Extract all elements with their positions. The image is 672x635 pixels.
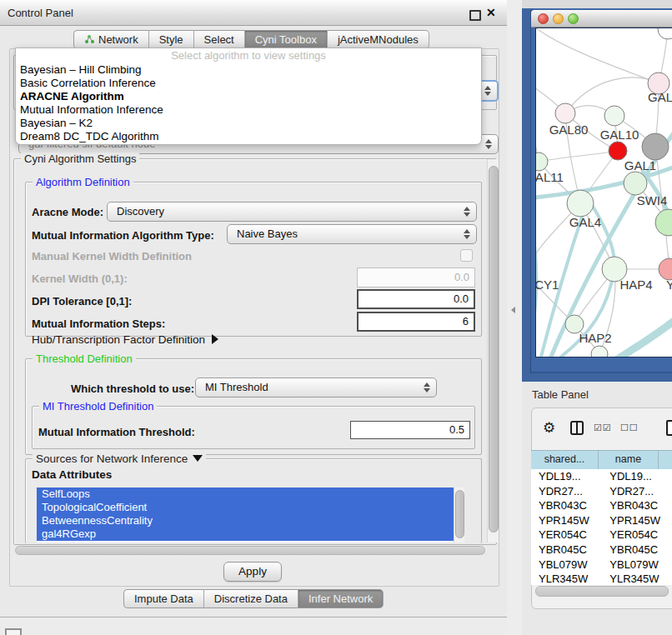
table-cell[interactable]: YBL079W	[602, 558, 666, 572]
column-header[interactable]: shared...	[531, 451, 599, 469]
table-cell[interactable]: YDR27...	[602, 484, 666, 499]
table-cell[interactable]: YPR145W	[602, 513, 666, 528]
apply-button[interactable]: Apply	[223, 562, 282, 582]
tab-jactivemnodules[interactable]: jActiveMNodules	[328, 30, 429, 49]
algorithm-option[interactable]: Mutual Information Inference	[16, 103, 481, 117]
float-window-icon[interactable]	[469, 10, 481, 21]
node-gal11[interactable]	[536, 152, 548, 171]
settings-vscrollbar[interactable]	[487, 159, 499, 542]
table-cell[interactable]: 8.	[666, 528, 672, 542]
zoom-traffic-icon[interactable]	[568, 13, 579, 24]
network-window-titlebar[interactable]	[531, 10, 672, 28]
which-threshold-combo[interactable]: MI Threshold	[195, 378, 437, 398]
table-cell[interactable]: YPR145W	[531, 513, 602, 528]
attribute-item[interactable]: SelfLoops	[37, 488, 454, 501]
deselect-all-checkboxes-icon[interactable]: ☐☐	[620, 422, 639, 433]
close-icon[interactable]: ✕	[486, 6, 496, 19]
attribute-item[interactable]: BetweennessCentrality	[37, 514, 454, 528]
table-cell[interactable]: 9.	[666, 542, 672, 558]
mi-threshold-field[interactable]: 0.5	[350, 421, 470, 439]
node-unlabeled[interactable]	[658, 28, 672, 39]
node-gal80[interactable]	[555, 103, 575, 123]
manual-kernel-checkbox[interactable]	[460, 249, 473, 262]
split-divider[interactable]	[507, 0, 522, 635]
hub-definition-toggle[interactable]: Hub/Transcription Factor Definition	[32, 333, 218, 346]
table-row[interactable]: YBR045CYBR045C9.	[531, 542, 672, 558]
mi-steps-field[interactable]: 6	[357, 312, 475, 332]
attribute-item[interactable]: TopologicalCoefficient	[37, 501, 454, 514]
table-cell[interactable]: YER054C	[602, 528, 666, 542]
tab-select[interactable]: Select	[194, 30, 245, 49]
table-row[interactable]: YBR043CYBR043C	[531, 498, 672, 513]
algorithm-option[interactable]: Bayesian – K2	[16, 117, 481, 130]
tab-style[interactable]: Style	[149, 30, 194, 49]
table-cell[interactable]: YBR043C	[531, 498, 602, 513]
node-gal10[interactable]	[604, 106, 624, 126]
aracne-mode-combo[interactable]: Discovery	[107, 202, 477, 222]
minimize-traffic-icon[interactable]	[553, 13, 564, 24]
node-gal4[interactable]	[567, 190, 594, 217]
node-unlabeled[interactable]	[642, 133, 669, 160]
node-unlabeled[interactable]	[655, 209, 672, 236]
table-row[interactable]: YER054CYER054C8.	[531, 528, 672, 542]
attribute-item[interactable]: gal4RGexp	[37, 528, 454, 541]
aracne-mode-value: Discovery	[117, 202, 164, 221]
close-traffic-icon[interactable]	[538, 13, 549, 24]
algorithm-dropdown-list[interactable]: Select algorithm to view settings Bayesi…	[15, 48, 482, 145]
kernel-width-field[interactable]: 0.0	[357, 268, 475, 288]
columns-icon[interactable]	[570, 421, 584, 435]
table-cell[interactable]: 9.	[666, 513, 672, 528]
table-cell[interactable]	[666, 498, 672, 513]
table-cell[interactable]: YDR27...	[531, 484, 602, 499]
table-cell[interactable]: 12	[666, 484, 672, 499]
attributes-vscrollbar[interactable]	[454, 488, 464, 542]
table-cell[interactable]: YLR345W	[602, 572, 666, 585]
settings-hscrollbar[interactable]	[15, 546, 485, 555]
sources-title[interactable]: Sources for Network Inference	[33, 452, 206, 465]
node-unlabeled[interactable]	[591, 346, 608, 357]
column-header[interactable]: name	[599, 451, 659, 469]
network-canvas[interactable]: GALGAL80GAL10GAL1GAL11SWI4GAL4GCY1HAP4YH…	[535, 28, 672, 358]
data-attributes-list[interactable]: SelfLoopsTopologicalCoefficientBetweenne…	[37, 488, 454, 542]
node-label: SWI4	[637, 193, 668, 208]
algorithm-option[interactable]: ARACNE Algorithm	[16, 90, 481, 103]
tab-cyni-toolbox[interactable]: Cyni Toolbox	[245, 30, 328, 49]
table-cell[interactable]	[666, 558, 672, 572]
gear-icon[interactable]: ⚙	[543, 419, 555, 437]
algorithm-option[interactable]: Dream8 DC_TDC Algorithm	[16, 130, 481, 143]
table-cell[interactable]: YBL079W	[531, 558, 602, 572]
document-icon[interactable]	[666, 420, 672, 436]
table-row[interactable]: YPR145WYPR145W9.	[531, 513, 672, 528]
table-row[interactable]: YLR345WYLR345W9.	[531, 572, 672, 585]
algorithm-option[interactable]: Basic Correlation Inference	[16, 77, 481, 90]
node-swi4[interactable]	[624, 172, 647, 195]
table-hscrollbar[interactable]	[535, 586, 669, 597]
algorithm-option[interactable]: Bayesian – Hill Climbing	[16, 63, 481, 77]
panel-grip-icon[interactable]	[5, 628, 22, 635]
table-cell[interactable]: 9.	[666, 572, 672, 585]
select-all-checkboxes-icon[interactable]: ☑☑	[594, 422, 612, 433]
column-header[interactable]	[659, 451, 672, 469]
table-row[interactable]: YDL19...YDL19...13	[531, 469, 672, 484]
tab-impute-data[interactable]: Impute Data	[123, 589, 204, 608]
table-cell[interactable]: YDL19...	[602, 469, 666, 484]
node-gal1[interactable]	[609, 142, 627, 160]
vscroll-thumb[interactable]	[489, 166, 499, 532]
table-row[interactable]: YBL079WYBL079W	[531, 558, 672, 572]
table-cell[interactable]: YBR045C	[531, 542, 602, 558]
table-cell[interactable]: YLR345W	[531, 572, 602, 585]
vscroll-thumb[interactable]	[455, 490, 464, 538]
table-cell[interactable]: 13	[666, 469, 672, 484]
table-cell[interactable]: YBR045C	[602, 542, 666, 558]
tab-network[interactable]: Network	[73, 30, 149, 49]
divider-collapse-icon[interactable]	[511, 307, 515, 313]
tab-discretize-data[interactable]: Discretize Data	[204, 589, 298, 608]
table-cell[interactable]: YDL19...	[531, 469, 602, 484]
tab-infer-network[interactable]: Infer Network	[298, 589, 384, 608]
table-rows[interactable]: YDL19...YDL19...13YDR27...YDR27...12YBR0…	[531, 469, 672, 585]
dpi-tolerance-field[interactable]: 0.0	[357, 289, 475, 309]
table-cell[interactable]: YBR043C	[602, 498, 666, 513]
mi-type-combo[interactable]: Naive Bayes	[227, 224, 477, 244]
table-row[interactable]: YDR27...YDR27...12	[531, 484, 672, 499]
table-cell[interactable]: YER054C	[531, 528, 602, 542]
